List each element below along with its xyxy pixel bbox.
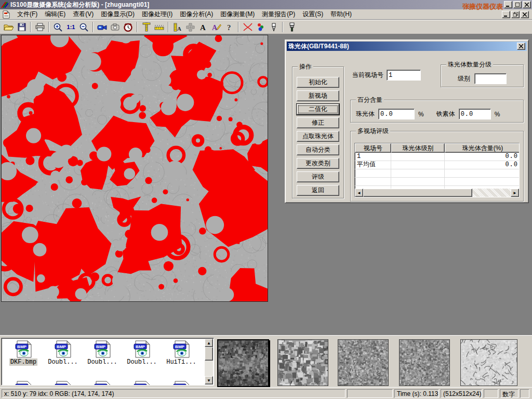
rate-button[interactable]: 评级: [297, 171, 339, 182]
measure-text-button[interactable]: A: [171, 21, 184, 33]
thumbnail-5[interactable]: [460, 339, 517, 386]
new-field-button[interactable]: 新视场: [297, 90, 339, 101]
mdi-minimize-button[interactable]: [502, 11, 510, 18]
dialog-close-button[interactable]: [517, 43, 525, 50]
document-icon[interactable]: [2, 10, 10, 19]
phase-marker-button[interactable]: [254, 21, 267, 33]
file-item[interactable]: BMP Doubl...: [83, 340, 122, 366]
measure-text-icon: A: [173, 23, 182, 32]
maximize-button[interactable]: [513, 1, 522, 8]
text-annotate-button[interactable]: A: [197, 21, 210, 33]
pick-pearlite-button[interactable]: 点取珠光体: [297, 131, 339, 142]
binarize-button[interactable]: 二值化: [297, 104, 339, 115]
close-button[interactable]: [523, 1, 531, 8]
bmp-file-icon: BMP: [15, 340, 32, 358]
snapshot-icon: [111, 23, 119, 31]
scroll-right-icon[interactable]: ►: [511, 189, 519, 197]
metallograph-canvas[interactable]: [2, 35, 268, 301]
menu-file[interactable]: 文件(F): [14, 9, 41, 20]
return-button[interactable]: 返回: [297, 185, 339, 196]
scrollbar-thumb[interactable]: [205, 347, 213, 361]
file-item[interactable]: BMP HuiTi...: [162, 340, 201, 366]
menu-report[interactable]: 测量报告(P): [258, 9, 299, 20]
col-pearlite-content[interactable]: 珠光体含量(%): [445, 143, 520, 153]
pen-tool-button[interactable]: [267, 21, 280, 33]
col-pearlite-grade[interactable]: 珠光体级别: [391, 143, 445, 153]
file-item[interactable]: BMP Doubl...: [43, 340, 83, 366]
thumbnail-2[interactable]: [277, 339, 328, 386]
grid-measure-icon: [186, 23, 195, 32]
status-bar: x: 510 y: 79 idx: 0 RGB: (174, 174, 174)…: [0, 387, 532, 399]
grade-label: 级别: [458, 74, 470, 83]
scroll-left-icon[interactable]: ◄: [355, 189, 363, 197]
open-button[interactable]: [2, 21, 15, 33]
pearlite-label: 珠光体: [356, 110, 375, 118]
brush-tool-icon: [289, 22, 295, 32]
grade-input[interactable]: [474, 73, 507, 84]
col-field-no[interactable]: 视场号: [355, 143, 391, 153]
minimize-button[interactable]: [504, 1, 512, 8]
initialize-button[interactable]: 初始化: [297, 77, 339, 88]
file-item[interactable]: BMP: [83, 381, 122, 385]
mdi-close-button[interactable]: [521, 11, 529, 18]
percent-group-legend: 百分含量: [356, 96, 384, 104]
scroll-down-icon[interactable]: ▼: [205, 376, 213, 384]
save-button[interactable]: [15, 21, 28, 33]
table-horizontal-scrollbar[interactable]: ◄ ►: [355, 189, 519, 197]
timer-button[interactable]: [122, 21, 135, 33]
menu-image-display[interactable]: 图像显示(D): [97, 9, 138, 20]
brush-tool-button[interactable]: [285, 21, 298, 33]
menu-image-analysis[interactable]: 图像分析(A): [176, 9, 217, 20]
file-item[interactable]: BMP: [122, 381, 162, 385]
menu-edit[interactable]: 编辑(E): [41, 9, 69, 20]
thumbnail-3[interactable]: [338, 339, 389, 386]
file-list-scrollbar[interactable]: ▲ ▼: [205, 339, 213, 384]
ruler-button[interactable]: [153, 21, 166, 33]
text-annotate-icon: A: [200, 23, 207, 31]
auto-classify-button[interactable]: 自动分类: [297, 144, 339, 155]
print-button[interactable]: [33, 21, 46, 33]
file-item[interactable]: BMP: [162, 381, 201, 385]
table-row[interactable]: 平均值 0.0: [355, 161, 519, 169]
scrollbar-thumb[interactable]: [363, 189, 472, 197]
menu-settings[interactable]: 设置(S): [299, 9, 327, 20]
menu-help[interactable]: 帮助(H): [327, 9, 355, 20]
correct-button[interactable]: 修正: [297, 117, 339, 128]
multifield-table: 视场号 珠光体级别 珠光体含量(%) 铁素体 1 0.0 平均值: [354, 143, 520, 197]
grid-measure-button[interactable]: [184, 21, 197, 33]
snapshot-button[interactable]: [109, 21, 122, 33]
multifield-legend: 多视场评级: [356, 127, 390, 136]
help-icon: ?: [227, 23, 233, 31]
menu-view[interactable]: 查看(V): [69, 9, 97, 20]
zoom-in-button[interactable]: [51, 21, 64, 33]
operations-legend: 操作: [298, 62, 313, 71]
thumbnail-1[interactable]: [217, 339, 269, 387]
pearlite-percent-input[interactable]: [378, 109, 415, 119]
table-row[interactable]: 1 0.0: [355, 153, 519, 161]
menu-image-measure[interactable]: 图像测量(M): [217, 9, 258, 20]
menu-image-process[interactable]: 图像处理(I): [138, 9, 176, 20]
caliper-button[interactable]: [140, 21, 153, 33]
bmp-file-icon: BMP: [15, 381, 32, 385]
svg-text:BMP: BMP: [17, 384, 26, 385]
video-capture-button[interactable]: [96, 21, 109, 33]
dialog-title-bar[interactable]: 珠光体(GB/T9441-88): [287, 42, 527, 51]
bmp-file-icon: BMP: [54, 381, 72, 385]
ferrite-percent-input[interactable]: [459, 109, 491, 119]
file-item[interactable]: BMP: [4, 381, 43, 385]
video-capture-icon: [97, 24, 107, 31]
curve-tool-button[interactable]: [241, 21, 254, 33]
thumbnail-4[interactable]: [399, 339, 450, 386]
mdi-restore-button[interactable]: [511, 11, 520, 18]
gallery-panel: BMP DKF.bmp BMP Doubl... BMP Doubl...: [0, 335, 532, 387]
file-item[interactable]: BMP DKF.bmp: [4, 340, 43, 366]
text-edit-button[interactable]: A: [210, 21, 223, 33]
scroll-up-icon[interactable]: ▲: [205, 339, 213, 347]
file-item[interactable]: BMP: [43, 381, 83, 385]
change-class-button[interactable]: 更改类别: [297, 158, 339, 169]
current-field-input[interactable]: [387, 70, 421, 81]
help-button[interactable]: ?: [223, 21, 236, 33]
actual-size-button[interactable]: 1:1: [64, 21, 77, 33]
zoom-out-button[interactable]: [77, 21, 90, 33]
file-item[interactable]: BMP Doubl...: [122, 340, 162, 366]
